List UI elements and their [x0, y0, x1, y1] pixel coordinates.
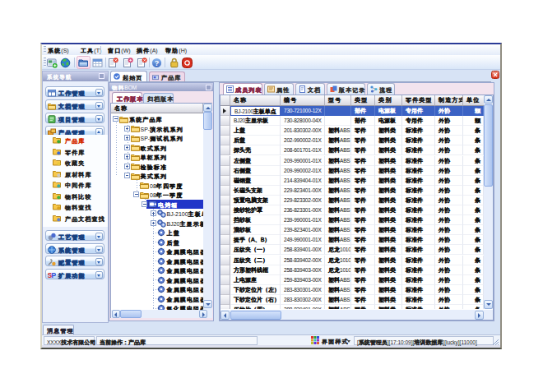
- svg-text:P: P: [52, 271, 56, 279]
- svg-text:?: ?: [155, 59, 160, 67]
